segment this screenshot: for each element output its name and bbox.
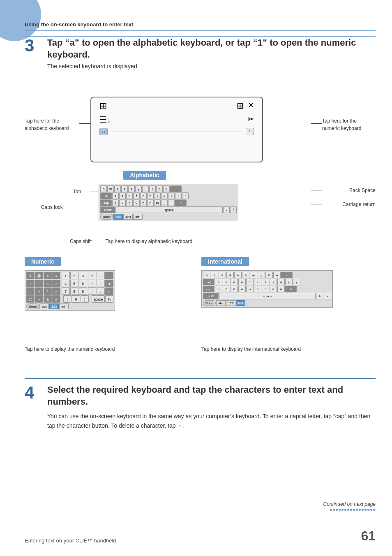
key-x[interactable]: x	[119, 199, 126, 206]
i-key-i4[interactable]: ï	[270, 279, 277, 285]
key-n[interactable]: n	[147, 199, 154, 206]
key-period[interactable]: .	[168, 199, 175, 206]
key-i[interactable]: i	[149, 185, 156, 192]
n-key-7[interactable]: 7	[62, 287, 70, 295]
key-o[interactable]: o	[156, 185, 163, 192]
n-key-colon[interactable]: :	[97, 280, 105, 287]
key-abc-alpha[interactable]: abc	[113, 214, 123, 220]
i-key-a5[interactable]: ä	[234, 272, 242, 278]
n-key-back[interactable]: ←	[105, 272, 113, 279]
n-key-amp[interactable]: &	[44, 295, 52, 303]
key-g[interactable]: g	[140, 192, 147, 199]
n-key-eq[interactable]: =	[52, 287, 60, 295]
key-f[interactable]: f	[133, 192, 140, 199]
i-key-times[interactable]: ×	[324, 293, 331, 299]
key-m[interactable]: m	[154, 199, 161, 206]
i-key-ae[interactable]: æ	[250, 272, 257, 278]
n-key-rt[interactable]: >	[52, 280, 60, 287]
key-t[interactable]: t	[128, 185, 135, 192]
key-p[interactable]: p	[163, 185, 170, 192]
key-v[interactable]: v	[133, 199, 140, 206]
key-semi[interactable]: ;	[175, 192, 182, 199]
i-key-o4[interactable]: õ	[231, 286, 238, 292]
i-key-space[interactable]: space	[219, 293, 316, 299]
i-key-a1[interactable]: à	[203, 272, 210, 278]
n-key-8[interactable]: 8	[70, 287, 78, 295]
i-key-o6[interactable]: ó	[246, 286, 254, 292]
key-space-alpha[interactable]: space	[115, 206, 223, 213]
i-key-u3[interactable]: ú	[262, 286, 269, 292]
i-key-e4[interactable]: ë	[238, 279, 246, 285]
key-l[interactable]: l	[168, 192, 175, 199]
i-key-o5[interactable]: ö	[238, 286, 246, 292]
i-key-o1[interactable]: ø	[273, 272, 281, 278]
key-123-num[interactable]: 123	[49, 303, 59, 309]
key-shift[interactable]: ●shift	[100, 206, 115, 213]
i-key-back[interactable]: ←	[281, 272, 293, 278]
n-key-dot2[interactable]: .	[97, 287, 105, 295]
key-abc-num[interactable]: abc	[39, 303, 49, 309]
i-key-i1[interactable]: ì	[246, 279, 254, 285]
key-j[interactable]: j	[154, 192, 161, 199]
key-minus[interactable]: -	[223, 206, 230, 213]
i-key-cap2[interactable]: cap	[203, 286, 214, 292]
key-cap2[interactable]: ●ap	[100, 199, 112, 206]
n-key-cent[interactable]: ¢	[44, 272, 52, 279]
key-u[interactable]: u	[142, 185, 149, 192]
i-key-y2[interactable]: y	[293, 279, 300, 285]
key-c[interactable]: c	[126, 199, 133, 206]
i-key-amp[interactable]: &	[316, 293, 323, 299]
key-done-alpha[interactable]: Done	[100, 214, 113, 220]
key-e[interactable]: e	[114, 185, 121, 192]
i-key-e3[interactable]: ê	[231, 279, 238, 285]
n-key-i1[interactable]: i	[26, 280, 35, 287]
key-z[interactable]: z	[112, 199, 119, 206]
i-key-cap[interactable]: ◄|	[203, 279, 214, 285]
key-done-int[interactable]: Done	[203, 300, 216, 306]
n-key-return2[interactable]: ◄|	[105, 280, 113, 287]
btn-1[interactable]: 1	[246, 128, 254, 135]
i-key-o2[interactable]: ó	[215, 286, 222, 292]
n-key-tilde[interactable]: ~	[35, 295, 43, 303]
n-key-ret3[interactable]: ↵	[105, 287, 113, 295]
n-key-yen[interactable]: ¥	[52, 272, 60, 279]
i-key-o3[interactable]: ô	[223, 286, 230, 292]
key-r[interactable]: r	[121, 185, 128, 192]
i-key-a4[interactable]: ã	[226, 272, 234, 278]
i-key-e2[interactable]: é	[223, 279, 230, 285]
key-intl-int[interactable]: Int'l	[236, 300, 245, 306]
i-key-i3[interactable]: î	[262, 279, 269, 285]
key-return-alpha[interactable]: ↵	[175, 199, 187, 206]
n-key-hash[interactable]: #	[52, 295, 60, 303]
n-key-rp[interactable]: )	[81, 295, 89, 303]
i-key-a2[interactable]: á	[211, 272, 218, 278]
key-caps[interactable]: ◄|	[100, 192, 112, 199]
key-apos[interactable]: '	[182, 192, 189, 199]
n-key-lt[interactable]: <	[44, 280, 52, 287]
n-key-i2[interactable]: i	[35, 280, 43, 287]
n-key-lp[interactable]: (	[63, 295, 71, 303]
n-key-c1[interactable]: <	[26, 287, 35, 295]
key-abc-int[interactable]: abc	[216, 300, 226, 306]
n-key-6[interactable]: 6	[79, 280, 87, 287]
i-key-y1[interactable]: ý	[285, 279, 293, 285]
i-key-return[interactable]: ↵	[285, 286, 297, 292]
key-h[interactable]: h	[147, 192, 154, 199]
key-d[interactable]: d	[126, 192, 133, 199]
i-key-a3[interactable]: â	[219, 272, 226, 278]
n-key-dot1[interactable]: .	[88, 287, 96, 295]
n-key-5[interactable]: 5	[70, 280, 78, 287]
n-key-1[interactable]: 1	[62, 272, 70, 279]
i-key-u1[interactable]: û	[277, 279, 285, 285]
i-key-u4[interactable]: û	[270, 286, 277, 292]
i-key-e1[interactable]: è	[215, 279, 222, 285]
i-key-u5[interactable]: ü	[277, 286, 285, 292]
key-intl-num[interactable]: Int'l	[59, 303, 68, 309]
n-key-9[interactable]: 9	[79, 287, 87, 295]
n-key-plus[interactable]: +	[88, 272, 96, 279]
n-key-c2[interactable]: >	[35, 287, 43, 295]
key-a[interactable]: a	[112, 192, 119, 199]
n-key-space2[interactable]: space	[92, 295, 105, 303]
key-123-int[interactable]: 123	[226, 300, 235, 306]
key-123-alpha[interactable]: 123	[123, 214, 133, 220]
